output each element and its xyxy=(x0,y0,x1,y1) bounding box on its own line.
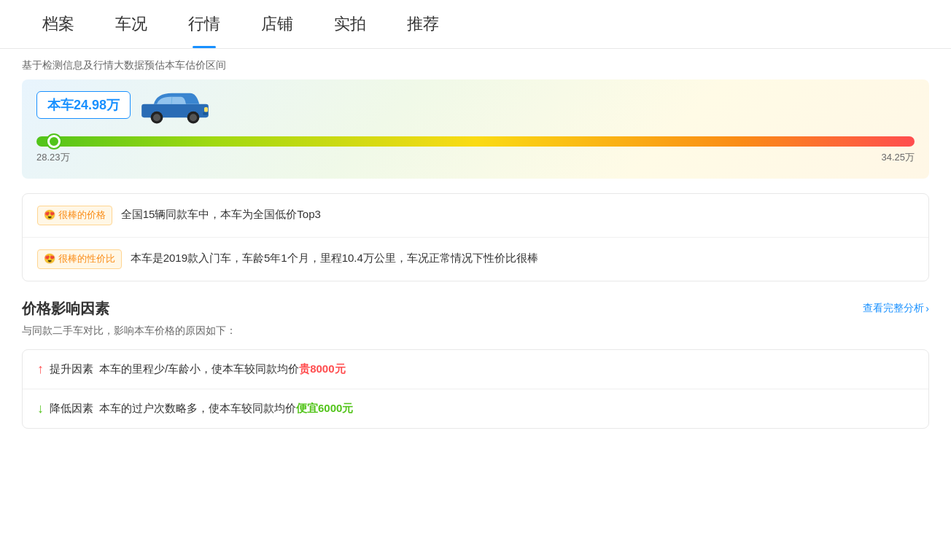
up-arrow-icon: ↑ xyxy=(37,362,44,377)
factors-section: 价格影响因素 查看完整分析 › 与同款二手车对比，影响本车价格的原因如下： ↑ … xyxy=(22,299,929,429)
factors-subtitle: 与同款二手车对比，影响本车价格的原因如下： xyxy=(22,324,929,338)
factors-link-label: 查看完整分析 xyxy=(863,302,924,315)
chevron-right-icon: › xyxy=(925,303,929,314)
factor-price-up: 贵8000元 xyxy=(299,362,345,376)
price-label: 本车24.98万 xyxy=(36,91,131,119)
price-bar xyxy=(36,136,915,147)
tab-chekuang[interactable]: 车况 xyxy=(95,0,168,48)
info-card-value: 😍 很棒的性价比 本车是2019款入门车，车龄5年1个月，里程10.4万公里，车… xyxy=(23,238,928,281)
page-subtitle: 基于检测信息及行情大数据预估本车估价区间 xyxy=(0,49,951,79)
info-text-value: 本车是2019款入门车，车龄5年1个月，里程10.4万公里，车况正常情况下性价比… xyxy=(131,249,538,267)
price-banner: 本车24.98万 xyxy=(22,79,929,179)
max-price-label: 34.25万 xyxy=(881,151,915,164)
factors-header: 价格影响因素 查看完整分析 › xyxy=(22,299,929,319)
tab-dianpu[interactable]: 店铺 xyxy=(241,0,314,48)
svg-rect-7 xyxy=(203,112,208,115)
price-bar-container: 28.23万 34.25万 xyxy=(36,136,915,164)
price-range-labels: 28.23万 34.25万 xyxy=(36,151,915,164)
tab-dangan[interactable]: 档案 xyxy=(22,0,95,48)
min-price-label: 28.23万 xyxy=(36,151,70,164)
factor-item-up: ↑ 提升因素 本车的里程少/车龄小，使本车较同款均价 贵8000元 xyxy=(23,350,928,389)
view-full-analysis-link[interactable]: 查看完整分析 › xyxy=(863,302,929,315)
svg-rect-6 xyxy=(204,107,208,112)
factor-item-down: ↓ 降低因素 本车的过户次数略多，使本车较同款均价 便宜6000元 xyxy=(23,389,928,428)
car-image xyxy=(139,85,211,125)
factor-desc-up: 本车的里程少/车龄小，使本车较同款均价 xyxy=(99,362,299,376)
info-text-price: 全国15辆同款车中，本车为全国低价Top3 xyxy=(121,206,321,223)
info-cards: 😍 很棒的价格 全国15辆同款车中，本车为全国低价Top3 😍 很棒的性价比 本… xyxy=(22,193,929,281)
svg-point-3 xyxy=(153,114,160,121)
badge-great-price: 😍 很棒的价格 xyxy=(37,206,112,225)
factor-price-down: 便宜6000元 xyxy=(296,402,353,416)
info-card-price: 😍 很棒的价格 全国15辆同款车中，本车为全国低价Top3 xyxy=(23,194,928,238)
factors-title: 价格影响因素 xyxy=(22,299,109,319)
factor-label-down: 降低因素 xyxy=(50,402,93,416)
factors-list: ↑ 提升因素 本车的里程少/车龄小，使本车较同款均价 贵8000元 ↓ 降低因素… xyxy=(22,349,929,429)
factor-desc-down: 本车的过户次数略多，使本车较同款均价 xyxy=(99,402,296,416)
price-bar-indicator xyxy=(47,135,61,148)
tab-hangqing[interactable]: 行情 xyxy=(168,0,241,48)
nav-tabs: 档案 车况 行情 店铺 实拍 推荐 xyxy=(0,0,951,49)
down-arrow-icon: ↓ xyxy=(37,401,44,416)
factor-label-up: 提升因素 xyxy=(50,362,93,376)
badge-great-value: 😍 很棒的性价比 xyxy=(37,249,122,269)
svg-point-5 xyxy=(190,114,197,121)
tab-tuijian[interactable]: 推荐 xyxy=(387,0,459,48)
tab-shipai[interactable]: 实拍 xyxy=(314,0,387,48)
